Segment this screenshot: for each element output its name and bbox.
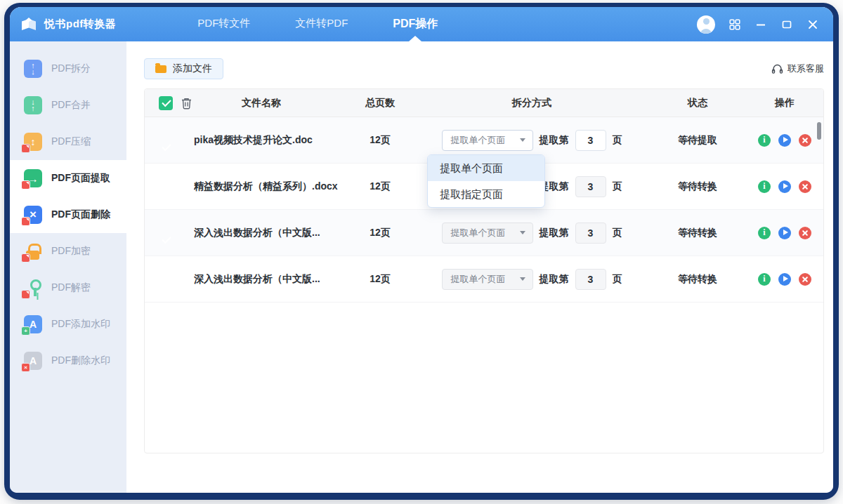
status-text: 等待转换 <box>648 273 747 286</box>
page-count: 12页 <box>345 134 415 147</box>
file-name: 精益数据分析（精益系列）.docx <box>194 180 345 193</box>
remove-file-icon[interactable] <box>799 180 811 193</box>
table-row: 深入浅出数据分析（中文版... 12页 提取单个页面 提取第 页 等待转换 <box>145 210 823 256</box>
status-text: 等待转换 <box>648 180 747 193</box>
extract-page-icon: → <box>24 169 42 187</box>
main-content: 添加文件 联系客服 <box>126 41 833 493</box>
dropdown-option-single-page[interactable]: 提取单个页面 <box>428 155 544 181</box>
info-icon[interactable]: i <box>758 227 771 239</box>
chevron-down-icon <box>520 231 525 234</box>
sidebar-item-label: PDF添加水印 <box>51 318 110 331</box>
chevron-down-icon <box>520 138 525 142</box>
maximize-icon[interactable] <box>780 18 793 31</box>
sidebar-item-label: PDF拆分 <box>51 62 91 75</box>
sidebar-item-pdf-page-extract[interactable]: → PDF页面提取 <box>10 160 126 197</box>
page-number-input[interactable] <box>575 223 606 244</box>
sidebar-item-pdf-encrypt[interactable]: PDF加密 <box>10 233 126 270</box>
play-icon[interactable] <box>778 227 791 239</box>
page-number-input[interactable] <box>575 130 606 151</box>
sidebar-item-label: PDF解密 <box>51 281 91 294</box>
page-count: 12页 <box>345 273 415 286</box>
col-header-status: 状态 <box>648 97 747 110</box>
sidebar: ↑↓ PDF拆分 ↓↑ PDF合并 ↕ PDF压缩 <box>10 41 126 493</box>
pdf-badge-icon <box>21 217 30 226</box>
compress-icon: ↕ <box>24 133 42 151</box>
sidebar-item-label: PDF页面删除 <box>51 208 110 221</box>
sidebar-item-label: PDF加密 <box>51 245 91 258</box>
remove-watermark-icon: A × <box>24 352 42 370</box>
page-count: 12页 <box>345 180 415 193</box>
app-title: 悦书pdf转换器 <box>44 18 116 31</box>
extract-prefix-label: 提取第 <box>540 134 569 147</box>
pdf-badge-icon <box>21 180 30 190</box>
body: ↑↓ PDF拆分 ↓↑ PDF合并 ↕ PDF压缩 <box>10 41 833 493</box>
status-text: 等待提取 <box>648 134 747 147</box>
file-name: 深入浅出数据分析（中文版... <box>194 227 345 239</box>
remove-file-icon[interactable] <box>799 273 811 286</box>
chevron-down-icon <box>520 277 525 281</box>
sidebar-item-pdf-page-delete[interactable]: × PDF页面删除 <box>10 197 126 233</box>
add-file-button[interactable]: 添加文件 <box>144 58 223 79</box>
minimize-icon[interactable] <box>754 18 767 31</box>
plus-badge-icon: + <box>21 326 30 336</box>
sidebar-item-label: PDF删除水印 <box>51 354 110 367</box>
sidebar-item-label: PDF页面提取 <box>51 172 110 185</box>
titlebar-right <box>697 15 819 34</box>
pdf-badge-icon <box>21 290 30 299</box>
info-icon[interactable]: i <box>758 134 771 147</box>
sidebar-item-label: PDF压缩 <box>51 135 91 148</box>
sidebar-item-pdf-add-watermark[interactable]: A + PDF添加水印 <box>10 306 126 343</box>
split-method-value: 提取单个页面 <box>451 273 506 286</box>
split-method-select[interactable]: 提取单个页面 <box>442 223 533 244</box>
toolbar: 添加文件 联系客服 <box>144 58 824 79</box>
folder-icon <box>155 65 166 73</box>
col-header-split-method: 拆分方式 <box>415 97 648 110</box>
headset-icon <box>771 63 783 74</box>
app-logo-book-icon <box>20 16 38 33</box>
table-row: 深入浅出数据分析（中文版... 12页 提取单个页面 提取第 页 等待转换 <box>145 256 823 303</box>
titlebar: 悦书pdf转换器 PDF转文件 文件转PDF PDF操作 <box>10 7 833 41</box>
page-unit-label: 页 <box>613 134 622 147</box>
app-window-frame: 悦书pdf转换器 PDF转文件 文件转PDF PDF操作 <box>4 3 839 500</box>
play-icon[interactable] <box>778 134 791 147</box>
info-icon[interactable]: i <box>758 180 771 193</box>
info-icon[interactable]: i <box>758 273 771 286</box>
sidebar-item-pdf-compress[interactable]: ↕ PDF压缩 <box>10 124 126 160</box>
page-number-input[interactable] <box>575 269 606 290</box>
close-icon[interactable] <box>806 18 819 31</box>
play-icon[interactable] <box>778 180 791 193</box>
page-unit-label: 页 <box>613 273 622 286</box>
sidebar-item-pdf-decrypt[interactable]: PDF解密 <box>10 270 126 306</box>
page-number-input[interactable] <box>575 176 606 197</box>
contact-support-link[interactable]: 联系客服 <box>771 62 824 75</box>
pdf-badge-icon <box>21 253 30 263</box>
table-scrollbar-thumb[interactable] <box>817 122 821 140</box>
extract-prefix-label: 提取第 <box>540 273 569 286</box>
decrypt-key-icon <box>24 279 42 297</box>
tab-file-to-pdf[interactable]: 文件转PDF <box>295 7 348 41</box>
apps-grid-icon[interactable] <box>728 18 741 31</box>
split-icon: ↑↓ <box>24 60 42 78</box>
sidebar-item-pdf-merge[interactable]: ↓↑ PDF合并 <box>10 87 126 124</box>
split-method-select[interactable]: 提取单个页面 <box>442 130 533 151</box>
remove-file-icon[interactable] <box>799 227 811 239</box>
merge-icon: ↓↑ <box>24 96 42 114</box>
add-watermark-icon: A + <box>24 315 42 333</box>
page-count: 12页 <box>345 227 415 239</box>
tab-pdf-operations[interactable]: PDF操作 <box>393 7 438 41</box>
remove-file-icon[interactable] <box>799 134 811 147</box>
split-method-value: 提取单个页面 <box>451 227 506 239</box>
split-method-select[interactable]: 提取单个页面 <box>442 269 533 290</box>
select-all-checkbox[interactable] <box>159 96 173 110</box>
sidebar-item-pdf-split[interactable]: ↑↓ PDF拆分 <box>10 51 126 87</box>
play-icon[interactable] <box>778 273 791 286</box>
user-avatar[interactable] <box>697 15 715 34</box>
sidebar-item-pdf-remove-watermark[interactable]: A × PDF删除水印 <box>10 343 126 379</box>
delete-page-icon: × <box>24 206 42 224</box>
col-header-operations: 操作 <box>747 97 823 110</box>
trash-icon[interactable] <box>181 97 192 110</box>
split-method-value: 提取单个页面 <box>451 134 506 147</box>
tab-pdf-to-file[interactable]: PDF转文件 <box>197 7 250 41</box>
file-name: 深入浅出数据分析（中文版... <box>194 273 345 286</box>
dropdown-option-specified-page[interactable]: 提取指定页面 <box>428 181 544 207</box>
